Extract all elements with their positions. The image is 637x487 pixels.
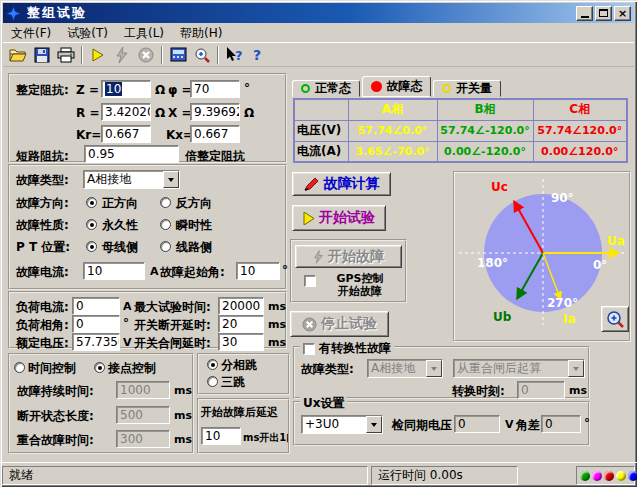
transfer-mode-select: 从重合闸后起算 [453,359,585,378]
tab-normal-state[interactable]: 正常态 [292,80,360,97]
contact-control-radio[interactable] [94,362,105,373]
menu-help[interactable]: 帮助(H) [172,24,230,43]
angle-diff-input[interactable]: 0 [541,415,581,433]
kx-input[interactable]: 0.667 [190,125,240,143]
transfer-fault-checkbox[interactable] [303,343,315,355]
minimize-button[interactable] [576,6,593,21]
calculator-button[interactable] [166,44,190,66]
pt-line-radio[interactable] [160,241,171,252]
kr-input[interactable]: 0.667 [101,125,151,143]
short-circuit-input[interactable]: 0.95 [84,145,179,163]
gps-control-checkbox[interactable] [304,275,316,287]
load-angle-input[interactable]: 0 [72,315,120,333]
fault-current-label: 故障电流: [16,265,69,279]
table-cell: 57.74∠-120.0° [437,120,533,141]
impedance-group: 整定阻抗: Z = 10 Ω φ = 70 ° R = 3.42020 Ω X … [8,73,287,163]
toolbar-separator [161,46,163,64]
zoom-button[interactable] [190,44,214,66]
r-input[interactable]: 3.42020 [101,103,151,121]
fault-calc-button[interactable]: 故障计算 [292,172,391,196]
context-help-button[interactable]: ? [222,44,246,66]
load-current-label: 负荷电流: [16,300,69,314]
close-delay-input[interactable]: 30 [218,333,264,351]
z-label: Z = [76,83,99,97]
sync-voltage-label: 检同期电压 [392,418,452,432]
open-delay-input[interactable]: 20 [218,315,264,333]
gps-control-label: GPS控制 开始故障 [322,272,398,298]
table-cell: 电流(A) [294,141,348,162]
tab-switch-state[interactable]: 开关量 [433,80,501,97]
dropdown-button[interactable] [366,416,382,433]
menu-file[interactable]: 文件(F) [3,24,59,43]
reclose-time-input: 300 [116,430,170,448]
pen-icon [304,177,320,191]
lightning-icon [313,250,324,264]
fault-state-icon [371,81,382,92]
phasor-zoom-button[interactable] [601,306,629,332]
open-icon [9,47,27,63]
z-input[interactable]: 10 [101,80,151,98]
open-button[interactable] [6,44,30,66]
start-fault-button: 开始故障 [295,245,402,268]
fault-duration-unit: ms [174,384,192,397]
r-unit: Ω [155,106,165,120]
sync-voltage-input[interactable]: 0 [454,415,500,433]
time-control-radio[interactable] [14,362,25,373]
fault-type-select[interactable]: A相接地 [83,170,180,189]
fault-dir-label: 故障方向: [16,196,69,210]
phase-trip-radio[interactable] [207,359,218,370]
delay-input[interactable]: 10 [201,427,241,445]
table-cell [294,99,348,120]
pt-bus-radio[interactable] [86,241,97,252]
print-icon [57,47,75,63]
fault-duration-input: 1000 [116,381,170,399]
tab-fault-state[interactable]: 故障态 [362,76,431,97]
fault-angle-input[interactable]: 10 [236,262,280,280]
table-cell: C相 [533,99,627,120]
angle-diff-label: 角差 [516,418,540,432]
open-length-unit: ms [174,409,192,422]
dropdown-button[interactable] [163,171,179,188]
transfer-time-input: 0 [517,381,565,399]
table-cell: 0.00∠-120.0° [437,141,533,162]
phi-input[interactable]: 70 [190,80,240,98]
ux-group: Ux设置 +3U0 检同期电压 0 V 角差 0 ° [293,401,590,446]
runtime-display: 运行时间 0.00s [371,466,518,485]
three-trip-radio[interactable] [207,376,218,387]
rated-voltage-input[interactable]: 57.7350 [72,333,120,351]
ux-select[interactable]: +3U0 [301,415,383,434]
dir-forward-radio[interactable] [86,197,97,208]
dropdown-button [568,360,584,377]
dir-reverse-radio[interactable] [160,197,171,208]
menu-test[interactable]: 试验(T) [59,24,116,43]
fault-nature-label: 故障性质: [16,218,69,232]
x-input[interactable]: 9.39692 [190,103,240,121]
open-length-input: 500 [116,406,170,424]
maximize-button[interactable] [595,6,612,21]
time-control-label: 时间控制 [28,361,76,375]
phasor-label-0: 0° [593,259,607,271]
start-test-button[interactable]: 开始试验 [292,205,386,231]
close-button[interactable]: × [614,6,631,21]
max-time-input[interactable]: 20000 [218,297,264,315]
rated-voltage-label: 额定电压: [16,336,69,350]
menu-tools[interactable]: 工具(L) [116,24,172,43]
fault-type-label: 故障类型: [16,173,69,187]
run-button[interactable] [86,44,110,66]
load-current-input[interactable]: 0 [72,297,120,315]
save-button[interactable] [30,44,54,66]
fault-current-input[interactable]: 10 [83,262,145,280]
three-trip-label: 三跳 [221,375,245,389]
load-group: 负荷电流: 0 A 最大试验时间: 20000 ms 负荷相角: 0 ° 开关断… [8,291,287,349]
play-icon [303,212,315,225]
phi-unit: ° [244,81,250,95]
nature-transient-radio[interactable] [160,219,171,230]
max-time-label: 最大试验时间: [134,300,211,314]
help-button[interactable]: ? [246,44,270,66]
magnifier-icon [606,310,624,328]
x-label: X = [168,106,191,120]
print-button[interactable] [54,44,78,66]
lightning-icon [115,47,129,63]
nature-permanent-radio[interactable] [86,219,97,230]
phasor-label-270: 270° [547,297,578,309]
